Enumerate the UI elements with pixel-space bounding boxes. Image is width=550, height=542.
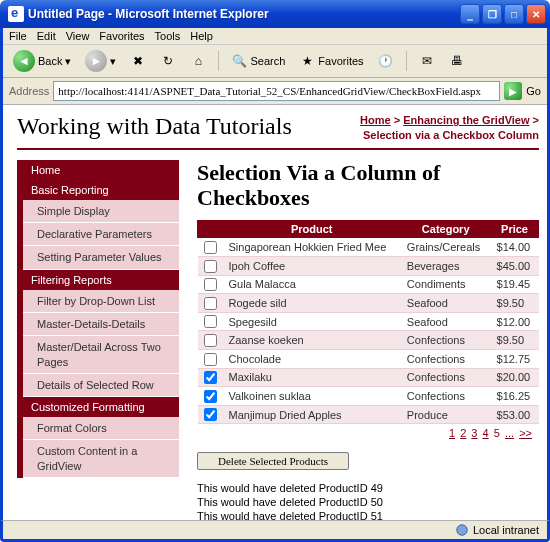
address-input[interactable] <box>53 81 500 101</box>
pager-page[interactable]: 3 <box>471 427 477 439</box>
delete-selected-button[interactable]: Delete Selected Products <box>197 452 349 470</box>
window-title: Untitled Page - Microsoft Internet Explo… <box>28 7 460 21</box>
nav-item[interactable]: Format Colors <box>23 417 179 440</box>
pager-current: 5 <box>494 427 500 439</box>
row-checkbox[interactable] <box>204 353 217 366</box>
result-message: This would have deleted ProductID 50 <box>197 496 539 508</box>
crumb-section[interactable]: Enhancing the GridView <box>403 114 529 126</box>
pager-page[interactable]: 2 <box>460 427 466 439</box>
nav-item[interactable]: Filter by Drop-Down List <box>23 290 179 313</box>
cell-category: Beverages <box>401 256 491 275</box>
cell-category: Confections <box>401 387 491 406</box>
row-checkbox[interactable] <box>204 278 217 291</box>
pager-page[interactable]: 1 <box>449 427 455 439</box>
cell-price: $20.00 <box>491 368 539 387</box>
cell-product: Singaporean Hokkien Fried Mee <box>223 238 401 257</box>
row-checkbox[interactable] <box>204 260 217 273</box>
nav-item[interactable]: Declarative Parameters <box>23 223 179 246</box>
minimize-button[interactable]: ‗ <box>460 4 480 24</box>
back-label: Back <box>38 55 62 67</box>
cell-price: $12.75 <box>491 349 539 368</box>
table-row: Manjimup Dried ApplesProduce$53.00 <box>198 405 539 424</box>
dropdown-icon: ▾ <box>65 55 71 68</box>
col-price: Price <box>491 221 539 238</box>
favorites-button[interactable]: ★Favorites <box>295 51 367 71</box>
site-title: Working with Data Tutorials <box>17 113 292 140</box>
cell-category: Seafood <box>401 294 491 313</box>
col-category: Category <box>401 221 491 238</box>
cell-price: $9.50 <box>491 294 539 313</box>
toolbar: ◄ Back ▾ ► ▾ ✖ ↻ ⌂ 🔍Search ★Favorites 🕐 … <box>3 45 547 78</box>
search-button[interactable]: 🔍Search <box>227 51 289 71</box>
zone-label: Local intranet <box>473 524 539 536</box>
nav-item[interactable]: Master-Details-Details <box>23 313 179 336</box>
row-checkbox[interactable] <box>204 297 217 310</box>
nav-item[interactable]: Simple Display <box>23 200 179 223</box>
table-row: Rogede sildSeafood$9.50 <box>198 294 539 313</box>
home-button[interactable]: ⌂ <box>186 51 210 71</box>
window-titlebar: Untitled Page - Microsoft Internet Explo… <box>0 0 550 28</box>
table-row: Singaporean Hokkien Fried MeeGrains/Cere… <box>198 238 539 257</box>
nav-item[interactable]: Details of Selected Row <box>23 374 179 397</box>
nav-group[interactable]: Home <box>23 160 179 180</box>
print-button[interactable]: 🖶 <box>445 51 469 71</box>
dropdown-icon: ▾ <box>110 55 116 68</box>
cell-product: Chocolade <box>223 349 401 368</box>
table-row: Zaanse koekenConfections$9.50 <box>198 331 539 350</box>
nav-group[interactable]: Customized Formatting <box>23 397 179 417</box>
maximize-button[interactable]: □ <box>504 4 524 24</box>
pager-more[interactable]: ... <box>505 427 514 439</box>
pager-next[interactable]: >> <box>519 427 532 439</box>
table-row: SpegesildSeafood$12.00 <box>198 312 539 331</box>
cell-product: Spegesild <box>223 312 401 331</box>
search-icon: 🔍 <box>231 53 247 69</box>
restore-button[interactable]: ❐ <box>482 4 502 24</box>
history-button[interactable]: 🕐 <box>374 51 398 71</box>
status-bar: Local intranet <box>0 520 550 542</box>
close-button[interactable]: ✕ <box>526 4 546 24</box>
nav-item[interactable]: Master/Detail Across Two Pages <box>23 336 179 374</box>
crumb-home[interactable]: Home <box>360 114 391 126</box>
breadcrumb: Home > Enhancing the GridView > Selectio… <box>360 113 539 144</box>
row-checkbox[interactable] <box>204 315 217 328</box>
row-checkbox[interactable] <box>204 408 217 421</box>
forward-icon: ► <box>85 50 107 72</box>
refresh-icon: ↻ <box>160 53 176 69</box>
cell-product: Zaanse koeken <box>223 331 401 350</box>
separator <box>406 51 407 71</box>
row-checkbox[interactable] <box>204 390 217 403</box>
menu-tools[interactable]: Tools <box>155 30 181 42</box>
menu-favorites[interactable]: Favorites <box>99 30 144 42</box>
forward-button[interactable]: ► ▾ <box>81 48 120 74</box>
table-row: Ipoh CoffeeBeverages$45.00 <box>198 256 539 275</box>
row-checkbox[interactable] <box>204 241 217 254</box>
history-icon: 🕐 <box>378 53 394 69</box>
menu-edit[interactable]: Edit <box>37 30 56 42</box>
stop-button[interactable]: ✖ <box>126 51 150 71</box>
mail-button[interactable]: ✉ <box>415 51 439 71</box>
main-panel: Selection Via a Column of Checkboxes Pro… <box>197 160 539 520</box>
result-message: This would have deleted ProductID 49 <box>197 482 539 494</box>
menu-file[interactable]: File <box>9 30 27 42</box>
cell-category: Confections <box>401 368 491 387</box>
address-label: Address <box>9 85 49 97</box>
result-messages: This would have deleted ProductID 49This… <box>197 482 539 520</box>
row-checkbox[interactable] <box>204 334 217 347</box>
menu-view[interactable]: View <box>66 30 90 42</box>
nav-group[interactable]: Basic Reporting <box>23 180 179 200</box>
nav-item[interactable]: Setting Parameter Values <box>23 246 179 269</box>
products-grid: Product Category Price Singaporean Hokki… <box>197 220 539 424</box>
ie-icon <box>8 6 24 22</box>
refresh-button[interactable]: ↻ <box>156 51 180 71</box>
cell-price: $19.45 <box>491 275 539 294</box>
back-button[interactable]: ◄ Back ▾ <box>9 48 75 74</box>
cell-price: $9.50 <box>491 331 539 350</box>
cell-price: $12.00 <box>491 312 539 331</box>
nav-item[interactable]: Custom Content in a GridView <box>23 440 179 478</box>
pager-page[interactable]: 4 <box>483 427 489 439</box>
menu-help[interactable]: Help <box>190 30 213 42</box>
cell-category: Produce <box>401 405 491 424</box>
nav-group[interactable]: Filtering Reports <box>23 270 179 290</box>
row-checkbox[interactable] <box>204 371 217 384</box>
go-button[interactable]: ▶ <box>504 82 522 100</box>
